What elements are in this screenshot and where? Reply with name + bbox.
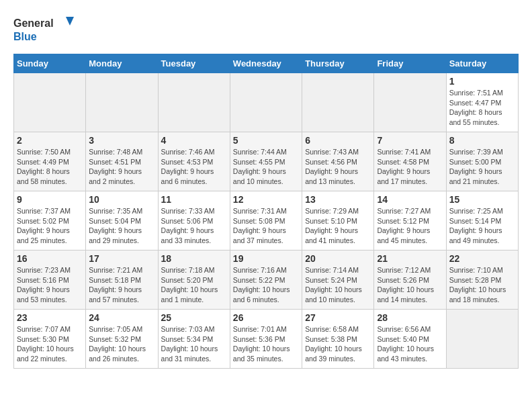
- calendar-cell: [302, 73, 374, 132]
- calendar-cell: 1Sunrise: 7:51 AM Sunset: 4:47 PM Daylig…: [446, 73, 518, 132]
- day-info: Sunrise: 7:51 AM Sunset: 4:47 PM Dayligh…: [449, 88, 515, 128]
- calendar-week-row: 23Sunrise: 7:07 AM Sunset: 5:30 PM Dayli…: [14, 310, 519, 369]
- day-number: 18: [161, 253, 227, 264]
- calendar-week-row: 2Sunrise: 7:50 AM Sunset: 4:49 PM Daylig…: [14, 132, 519, 191]
- weekday-header-row: SundayMondayTuesdayWednesdayThursdayFrid…: [14, 54, 519, 73]
- day-info: Sunrise: 7:39 AM Sunset: 5:00 PM Dayligh…: [449, 147, 515, 187]
- day-number: 26: [233, 312, 299, 323]
- day-info: Sunrise: 7:35 AM Sunset: 5:04 PM Dayligh…: [89, 206, 154, 246]
- day-number: 1: [449, 76, 515, 87]
- logo: General Blue: [13, 13, 74, 47]
- day-number: 27: [305, 312, 371, 323]
- day-info: Sunrise: 7:18 AM Sunset: 5:20 PM Dayligh…: [161, 265, 227, 305]
- calendar-cell: 22Sunrise: 7:10 AM Sunset: 5:28 PM Dayli…: [446, 250, 518, 310]
- calendar-cell: 13Sunrise: 7:29 AM Sunset: 5:10 PM Dayli…: [302, 191, 374, 250]
- calendar-cell: 16Sunrise: 7:23 AM Sunset: 5:16 PM Dayli…: [14, 250, 86, 310]
- calendar-cell: 27Sunrise: 6:58 AM Sunset: 5:38 PM Dayli…: [302, 310, 374, 369]
- day-info: Sunrise: 7:31 AM Sunset: 5:08 PM Dayligh…: [233, 206, 299, 246]
- calendar-cell: 21Sunrise: 7:12 AM Sunset: 5:26 PM Dayli…: [374, 250, 446, 310]
- calendar-cell: 24Sunrise: 7:05 AM Sunset: 5:32 PM Dayli…: [86, 310, 158, 369]
- calendar-cell: 14Sunrise: 7:27 AM Sunset: 5:12 PM Dayli…: [374, 191, 446, 250]
- svg-marker-2: [66, 17, 74, 26]
- day-number: 24: [89, 312, 154, 323]
- day-info: Sunrise: 7:41 AM Sunset: 4:58 PM Dayligh…: [377, 147, 443, 187]
- day-info: Sunrise: 7:33 AM Sunset: 5:06 PM Dayligh…: [161, 206, 227, 246]
- day-info: Sunrise: 7:05 AM Sunset: 5:32 PM Dayligh…: [89, 324, 154, 364]
- weekday-header: Monday: [86, 54, 158, 73]
- day-info: Sunrise: 6:58 AM Sunset: 5:38 PM Dayligh…: [305, 324, 371, 364]
- day-info: Sunrise: 7:29 AM Sunset: 5:10 PM Dayligh…: [305, 206, 371, 246]
- calendar-cell: [14, 73, 86, 132]
- svg-text:General: General: [13, 17, 54, 29]
- weekday-header: Thursday: [302, 54, 374, 73]
- day-info: Sunrise: 7:48 AM Sunset: 4:51 PM Dayligh…: [89, 147, 154, 187]
- logo-svg: General Blue: [13, 13, 74, 47]
- svg-text:Blue: Blue: [13, 31, 37, 42]
- day-info: Sunrise: 7:50 AM Sunset: 4:49 PM Dayligh…: [17, 147, 83, 187]
- day-number: 8: [449, 135, 515, 146]
- day-number: 23: [17, 312, 83, 323]
- calendar-cell: 5Sunrise: 7:44 AM Sunset: 4:55 PM Daylig…: [230, 132, 302, 191]
- day-number: 28: [377, 312, 443, 323]
- day-info: Sunrise: 7:12 AM Sunset: 5:26 PM Dayligh…: [377, 265, 443, 305]
- calendar-cell: [446, 310, 518, 369]
- calendar-week-row: 16Sunrise: 7:23 AM Sunset: 5:16 PM Dayli…: [14, 250, 519, 310]
- day-number: 11: [161, 194, 227, 205]
- weekday-header: Sunday: [14, 54, 86, 73]
- calendar-table: SundayMondayTuesdayWednesdayThursdayFrid…: [13, 54, 519, 369]
- calendar-cell: 4Sunrise: 7:46 AM Sunset: 4:53 PM Daylig…: [158, 132, 230, 191]
- calendar-cell: 28Sunrise: 6:56 AM Sunset: 5:40 PM Dayli…: [374, 310, 446, 369]
- day-number: 4: [161, 135, 227, 146]
- day-number: 5: [233, 135, 299, 146]
- day-info: Sunrise: 7:03 AM Sunset: 5:34 PM Dayligh…: [161, 324, 227, 364]
- calendar-cell: 17Sunrise: 7:21 AM Sunset: 5:18 PM Dayli…: [86, 250, 158, 310]
- calendar-cell: 10Sunrise: 7:35 AM Sunset: 5:04 PM Dayli…: [86, 191, 158, 250]
- day-number: 6: [305, 135, 371, 146]
- weekday-header: Friday: [374, 54, 446, 73]
- day-number: 22: [449, 253, 515, 264]
- day-info: Sunrise: 7:27 AM Sunset: 5:12 PM Dayligh…: [377, 206, 443, 246]
- day-number: 20: [305, 253, 371, 264]
- calendar-cell: 7Sunrise: 7:41 AM Sunset: 4:58 PM Daylig…: [374, 132, 446, 191]
- day-number: 16: [17, 253, 83, 264]
- day-number: 9: [17, 194, 83, 205]
- day-info: Sunrise: 7:23 AM Sunset: 5:16 PM Dayligh…: [17, 265, 83, 305]
- weekday-header: Saturday: [446, 54, 518, 73]
- calendar-cell: 18Sunrise: 7:18 AM Sunset: 5:20 PM Dayli…: [158, 250, 230, 310]
- day-number: 12: [233, 194, 299, 205]
- day-info: Sunrise: 7:01 AM Sunset: 5:36 PM Dayligh…: [233, 324, 299, 364]
- day-number: 19: [233, 253, 299, 264]
- calendar-cell: 23Sunrise: 7:07 AM Sunset: 5:30 PM Dayli…: [14, 310, 86, 369]
- day-info: Sunrise: 7:44 AM Sunset: 4:55 PM Dayligh…: [233, 147, 299, 187]
- day-number: 3: [89, 135, 154, 146]
- day-info: Sunrise: 7:21 AM Sunset: 5:18 PM Dayligh…: [89, 265, 154, 305]
- calendar-cell: 8Sunrise: 7:39 AM Sunset: 5:00 PM Daylig…: [446, 132, 518, 191]
- day-number: 21: [377, 253, 443, 264]
- day-info: Sunrise: 7:25 AM Sunset: 5:14 PM Dayligh…: [449, 206, 515, 246]
- weekday-header: Tuesday: [158, 54, 230, 73]
- calendar-cell: 26Sunrise: 7:01 AM Sunset: 5:36 PM Dayli…: [230, 310, 302, 369]
- calendar-cell: 11Sunrise: 7:33 AM Sunset: 5:06 PM Dayli…: [158, 191, 230, 250]
- day-number: 14: [377, 194, 443, 205]
- calendar-cell: [86, 73, 158, 132]
- day-info: Sunrise: 7:46 AM Sunset: 4:53 PM Dayligh…: [161, 147, 227, 187]
- calendar-cell: 3Sunrise: 7:48 AM Sunset: 4:51 PM Daylig…: [86, 132, 158, 191]
- day-number: 15: [449, 194, 515, 205]
- calendar-cell: 9Sunrise: 7:37 AM Sunset: 5:02 PM Daylig…: [14, 191, 86, 250]
- calendar-cell: 20Sunrise: 7:14 AM Sunset: 5:24 PM Dayli…: [302, 250, 374, 310]
- day-number: 7: [377, 135, 443, 146]
- day-number: 17: [89, 253, 154, 264]
- calendar-cell: 15Sunrise: 7:25 AM Sunset: 5:14 PM Dayli…: [446, 191, 518, 250]
- day-info: Sunrise: 7:37 AM Sunset: 5:02 PM Dayligh…: [17, 206, 83, 246]
- calendar-week-row: 9Sunrise: 7:37 AM Sunset: 5:02 PM Daylig…: [14, 191, 519, 250]
- calendar-cell: 6Sunrise: 7:43 AM Sunset: 4:56 PM Daylig…: [302, 132, 374, 191]
- weekday-header: Wednesday: [230, 54, 302, 73]
- day-info: Sunrise: 7:10 AM Sunset: 5:28 PM Dayligh…: [449, 265, 515, 305]
- day-info: Sunrise: 6:56 AM Sunset: 5:40 PM Dayligh…: [377, 324, 443, 364]
- day-info: Sunrise: 7:07 AM Sunset: 5:30 PM Dayligh…: [17, 324, 83, 364]
- day-info: Sunrise: 7:16 AM Sunset: 5:22 PM Dayligh…: [233, 265, 299, 305]
- day-number: 25: [161, 312, 227, 323]
- day-info: Sunrise: 7:43 AM Sunset: 4:56 PM Dayligh…: [305, 147, 371, 187]
- calendar-cell: 12Sunrise: 7:31 AM Sunset: 5:08 PM Dayli…: [230, 191, 302, 250]
- calendar-cell: [374, 73, 446, 132]
